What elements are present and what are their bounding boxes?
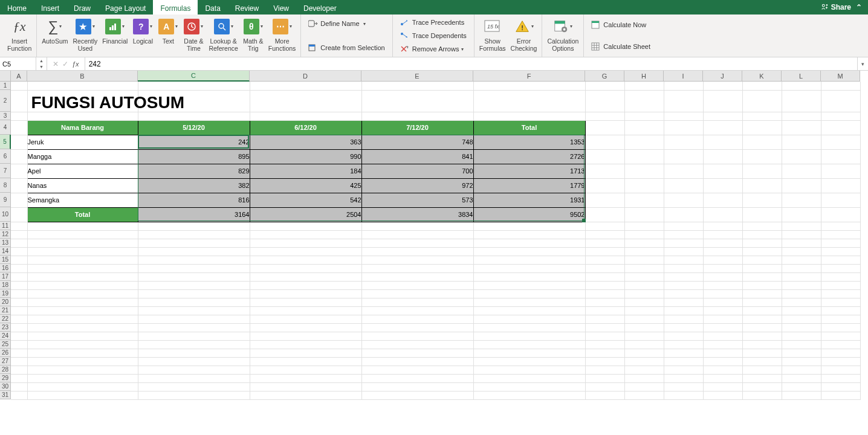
- cell-H8[interactable]: [624, 178, 664, 193]
- cell-E30[interactable]: [361, 382, 473, 391]
- calculate-now-button[interactable]: Calculate Now: [590, 18, 652, 31]
- cell-B25[interactable]: [27, 340, 138, 349]
- cell-J21[interactable]: [703, 306, 742, 315]
- cell-I11[interactable]: [664, 222, 703, 230]
- cell-H26[interactable]: [624, 349, 664, 357]
- cell-I23[interactable]: [664, 323, 703, 332]
- cell-M12[interactable]: [821, 230, 860, 239]
- cell-J4[interactable]: [703, 120, 742, 135]
- cell-B26[interactable]: [27, 349, 138, 357]
- cell-J30[interactable]: [703, 382, 742, 391]
- cell-J10[interactable]: [703, 207, 742, 222]
- cell-B15[interactable]: [27, 256, 138, 264]
- cell-F28[interactable]: [473, 366, 585, 374]
- row-header-30[interactable]: 30: [0, 382, 10, 391]
- cell-E20[interactable]: [361, 298, 473, 306]
- cell-H1[interactable]: [624, 82, 664, 90]
- cell-D19[interactable]: [250, 289, 361, 298]
- cell-H4[interactable]: [624, 120, 664, 135]
- cell-G29[interactable]: [585, 374, 624, 382]
- cell-D7[interactable]: 184: [250, 164, 361, 178]
- cells-area[interactable]: FUNGSI AUTOSUMNama Barang5/12/206/12/207…: [11, 82, 861, 400]
- cell-F24[interactable]: [473, 332, 585, 340]
- row-header-17[interactable]: 17: [0, 272, 10, 281]
- cell-F10[interactable]: 9502: [473, 207, 585, 222]
- cell-L31[interactable]: [782, 391, 821, 399]
- cell-H30[interactable]: [624, 382, 664, 391]
- cell-I22[interactable]: [664, 315, 703, 323]
- cell-F5[interactable]: 1353: [473, 135, 585, 149]
- row-header-19[interactable]: 19: [0, 289, 10, 298]
- column-header-I[interactable]: I: [664, 71, 703, 81]
- cell-F13[interactable]: [473, 239, 585, 247]
- row-header-31[interactable]: 31: [0, 391, 10, 399]
- cell-L1[interactable]: [782, 82, 821, 90]
- cell-L24[interactable]: [782, 332, 821, 340]
- tab-insert[interactable]: Insert: [34, 0, 66, 14]
- cell-F19[interactable]: [473, 289, 585, 298]
- cell-J2[interactable]: [703, 90, 742, 112]
- cell-F1[interactable]: [473, 82, 585, 90]
- cell-K17[interactable]: [742, 272, 782, 281]
- cell-K11[interactable]: [742, 222, 782, 230]
- tab-data[interactable]: Data: [198, 0, 227, 14]
- cell-D5[interactable]: 363: [250, 135, 361, 149]
- cell-G6[interactable]: [585, 149, 624, 164]
- cell-J17[interactable]: [703, 272, 742, 281]
- cell-B31[interactable]: [27, 391, 138, 399]
- cell-B5[interactable]: Jeruk: [27, 135, 138, 149]
- tab-formulas[interactable]: Formulas: [153, 0, 198, 14]
- cell-D24[interactable]: [250, 332, 361, 340]
- collapse-ribbon-icon[interactable]: ⌃: [856, 3, 862, 11]
- cell-D18[interactable]: [250, 281, 361, 289]
- cell-D2[interactable]: [250, 90, 361, 112]
- cell-B14[interactable]: [27, 247, 138, 256]
- cell-A28[interactable]: [11, 366, 27, 374]
- cell-M4[interactable]: [821, 120, 860, 135]
- cell-J11[interactable]: [703, 222, 742, 230]
- enter-icon[interactable]: ✓: [62, 60, 68, 68]
- formula-input[interactable]: 242: [85, 57, 857, 70]
- row-header-13[interactable]: 13: [0, 239, 10, 247]
- cell-K9[interactable]: [742, 193, 782, 207]
- cell-K14[interactable]: [742, 247, 782, 256]
- cell-A29[interactable]: [11, 374, 27, 382]
- cell-D3[interactable]: [250, 112, 361, 120]
- cell-F26[interactable]: [473, 349, 585, 357]
- tab-developer[interactable]: Developer: [296, 0, 344, 14]
- cell-F6[interactable]: 2726: [473, 149, 585, 164]
- cell-D9[interactable]: 542: [250, 193, 361, 207]
- cell-A9[interactable]: [11, 193, 27, 207]
- error-checking-button[interactable]: !▾ Error Checking: [508, 16, 540, 52]
- row-header-20[interactable]: 20: [0, 298, 10, 306]
- cell-L26[interactable]: [782, 349, 821, 357]
- cell-E17[interactable]: [361, 272, 473, 281]
- cell-G12[interactable]: [585, 230, 624, 239]
- cell-I9[interactable]: [664, 193, 703, 207]
- spreadsheet-grid[interactable]: ABCDEFGHIJKLM 12345678910111213141516171…: [0, 71, 868, 435]
- cell-E2[interactable]: [361, 90, 473, 112]
- cell-E5[interactable]: 748: [361, 135, 473, 149]
- cell-M10[interactable]: [821, 207, 860, 222]
- remove-arrows-button[interactable]: Remove Arrows ▾: [399, 42, 468, 56]
- cell-L10[interactable]: [782, 207, 821, 222]
- cell-K8[interactable]: [742, 178, 782, 193]
- cell-D4[interactable]: 6/12/20: [250, 120, 361, 135]
- cell-F12[interactable]: [473, 230, 585, 239]
- cell-F16[interactable]: [473, 264, 585, 272]
- cell-K5[interactable]: [742, 135, 782, 149]
- cell-D13[interactable]: [250, 239, 361, 247]
- cell-G4[interactable]: [585, 120, 624, 135]
- cell-A20[interactable]: [11, 298, 27, 306]
- cell-G30[interactable]: [585, 382, 624, 391]
- cell-M5[interactable]: [821, 135, 860, 149]
- cell-K19[interactable]: [742, 289, 782, 298]
- cell-C30[interactable]: [138, 382, 250, 391]
- cell-L13[interactable]: [782, 239, 821, 247]
- cell-A4[interactable]: [11, 120, 27, 135]
- cell-C26[interactable]: [138, 349, 250, 357]
- cell-B2[interactable]: FUNGSI AUTOSUM: [27, 90, 138, 112]
- cell-B29[interactable]: [27, 374, 138, 382]
- cell-I20[interactable]: [664, 298, 703, 306]
- cell-G3[interactable]: [585, 112, 624, 120]
